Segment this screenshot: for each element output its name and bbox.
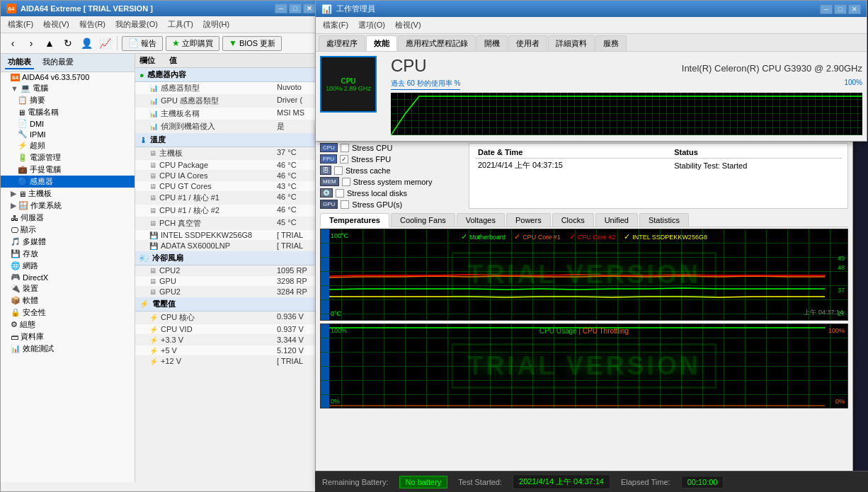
maximize-button[interactable]: □	[289, 4, 302, 13]
stress-cache-checkbox[interactable]	[334, 166, 343, 175]
tree-item-os[interactable]: ▶ 🪟 作業系統	[1, 200, 135, 212]
stab-tab-voltages[interactable]: Voltages	[457, 213, 505, 227]
taskman-minimize[interactable]: ─	[820, 4, 833, 14]
overclock-icon: ⚡	[18, 141, 28, 150]
report-button[interactable]: 📄 報告	[122, 36, 163, 51]
gpu-sensor-label: 📊GPU 感應器類型	[149, 96, 277, 106]
legend-mb-check: ✓	[461, 232, 467, 241]
legend-cpu1: ✓ CPU Core #1	[514, 232, 561, 241]
menu-report[interactable]: 報告(R)	[75, 18, 110, 31]
sidebar-tab-menu[interactable]: 功能表	[5, 56, 34, 69]
menu-favorites[interactable]: 我的最愛(O)	[111, 18, 162, 31]
datetime-header: Date & Time	[475, 147, 671, 159]
stress-fpu-checkbox[interactable]	[340, 155, 348, 164]
tab-apphistory[interactable]: 應用程式歷程記錄	[398, 35, 476, 51]
menu-file[interactable]: 檔案(F)	[4, 18, 38, 31]
tree-item-sensor[interactable]: 🔵 感應器	[1, 176, 135, 188]
stab-tab-unified[interactable]: Unified	[595, 213, 638, 227]
computer-icon: 💻	[21, 84, 30, 93]
tree-item-ipmi[interactable]: 🔧 IPMI	[1, 129, 135, 139]
tree-item-software[interactable]: 📦 軟體	[1, 294, 135, 307]
cpu-graph-mini[interactable]: CPU 100% 2.89 GHz	[320, 56, 377, 113]
stab-tab-powers[interactable]: Powers	[506, 213, 551, 227]
tab-details[interactable]: 詳細資料	[548, 35, 595, 51]
tree-item-network[interactable]: 🌐 網路	[1, 260, 135, 272]
up-button[interactable]: ▲	[42, 35, 57, 51]
computername-icon: 🖥	[18, 108, 25, 117]
refresh-button[interactable]: ↻	[60, 35, 76, 51]
tree-item-display[interactable]: 🖵 顯示	[1, 224, 135, 236]
buy-button[interactable]: ★ 立即購買	[166, 36, 219, 51]
stab-tab-temperatures[interactable]: Temperatures	[320, 213, 389, 227]
stress-gpu-checkbox[interactable]	[341, 200, 349, 209]
adata-label: 💾ADATA SX6000LNP	[149, 241, 277, 250]
tree-item-summary[interactable]: 📋 摘要	[1, 94, 135, 106]
stress-mem-label: Stress system memory	[353, 178, 433, 186]
cpu-core-v-label: ⚡CPU 核心	[149, 312, 277, 323]
user-button[interactable]: 👤	[79, 35, 94, 51]
computername-label: 電腦名稱	[28, 107, 59, 118]
tree-item-directx[interactable]: 🎮 DirectX	[1, 272, 135, 282]
back-button[interactable]: ‹	[5, 35, 21, 51]
temp-icon: 🌡	[139, 136, 147, 144]
tree-item-database[interactable]: 🗃 資料庫	[1, 331, 135, 343]
taskman-menu-file[interactable]: 檔案(F)	[319, 18, 353, 32]
menu-view[interactable]: 檢視(V)	[39, 18, 74, 31]
stress-disk-icon: 💿	[320, 188, 333, 198]
aida-controls[interactable]: ─ □ ✕	[275, 4, 316, 13]
tab-processes[interactable]: 處理程序	[319, 35, 365, 51]
tree-item-computer[interactable]: ▼ 💻 電腦	[1, 82, 135, 94]
sidebar-tab-favorites[interactable]: 我的最愛	[40, 56, 76, 69]
cpu-title-area: CPU Intel(R) Celeron(R) CPU G3930 @ 2.90…	[391, 56, 862, 76]
tree-item-server[interactable]: 🖧 伺服器	[1, 212, 135, 224]
tree-item-laptop[interactable]: 💼 手提電腦	[1, 164, 135, 176]
taskman-controls[interactable]: ─ □ ✕	[820, 4, 861, 14]
stress-disk-checkbox[interactable]	[336, 189, 344, 198]
tree-item-dmi[interactable]: 📄 DMI	[1, 118, 135, 129]
stab-tab-clocks[interactable]: Clocks	[552, 213, 594, 227]
stress-cpu-checkbox[interactable]	[341, 144, 349, 152]
sensor-icon: 🔵	[18, 177, 28, 186]
close-button[interactable]: ✕	[303, 4, 316, 13]
tab-performance[interactable]: 效能	[366, 35, 397, 51]
tab-users[interactable]: 使用者	[508, 35, 547, 51]
row-mb-temp: 🖥主機板 37 °C	[135, 147, 321, 160]
stab-tab-cooling[interactable]: Cooling Fans	[391, 213, 455, 227]
tab-services[interactable]: 服務	[595, 35, 627, 51]
sw-label: 軟體	[23, 295, 38, 306]
battery-value: No battery	[399, 476, 448, 488]
taskman-close[interactable]: ✕	[848, 4, 861, 14]
taskman-maximize[interactable]: □	[834, 4, 847, 14]
tree-item-devices[interactable]: 🔌 裝置	[1, 282, 135, 294]
minimize-button[interactable]: ─	[275, 4, 287, 13]
chart-button[interactable]: 📈	[97, 35, 113, 51]
tree-item-overclock[interactable]: ⚡ 超頻	[1, 139, 135, 151]
tree-item-multimedia[interactable]: 🎵 多媒體	[1, 236, 135, 248]
tree-item-config[interactable]: ⚙ 組態	[1, 319, 135, 331]
taskman-menu-view[interactable]: 檢視(V)	[391, 18, 426, 32]
taskman-menu-options[interactable]: 選項(O)	[354, 18, 389, 32]
cpu-core2-value: 46 °C	[277, 205, 317, 216]
test-started-value: 2021/4/14 上午 04:37:14	[513, 474, 610, 489]
menu-help[interactable]: 說明(H)	[199, 18, 234, 31]
cpu-mini-usage: 100% 2.89 GHz	[326, 85, 371, 92]
tree-item-storage[interactable]: 💾 存放	[1, 248, 135, 260]
cpu2-fan-value: 1095 RP	[277, 266, 317, 275]
aida-title: AIDA64 Extreme [ TRIAL VERSION ]	[21, 4, 153, 13]
menu-tools[interactable]: 工具(T)	[164, 18, 198, 31]
stress-mem-checkbox[interactable]	[342, 178, 350, 186]
tree-item-aida[interactable]: 64 AIDA64 v6.33.5700	[1, 72, 135, 82]
row-mb-name: 📊主機板名稱 MSI MS	[135, 108, 321, 120]
forward-button[interactable]: ›	[23, 35, 39, 51]
tree-item-motherboard[interactable]: ▶ 🖥 主機板	[1, 188, 135, 200]
tree-item-powermgmt[interactable]: 🔋 電源管理	[1, 151, 135, 164]
battery-label: Remaining Battery:	[322, 478, 389, 486]
tree-item-benchmark[interactable]: 📊 效能測試	[1, 343, 135, 355]
tab-startup[interactable]: 開機	[476, 35, 508, 51]
stress-gpu-label: Stress GPU(s)	[352, 200, 402, 209]
tree-item-security[interactable]: 🔒 安全性	[1, 307, 135, 319]
tree-item-computername[interactable]: 🖥 電腦名稱	[1, 106, 135, 118]
bios-button[interactable]: ▼ BIOS 更新	[222, 36, 282, 51]
stab-tab-statistics[interactable]: Statistics	[639, 213, 689, 227]
aida-icon: 64	[6, 4, 16, 13]
